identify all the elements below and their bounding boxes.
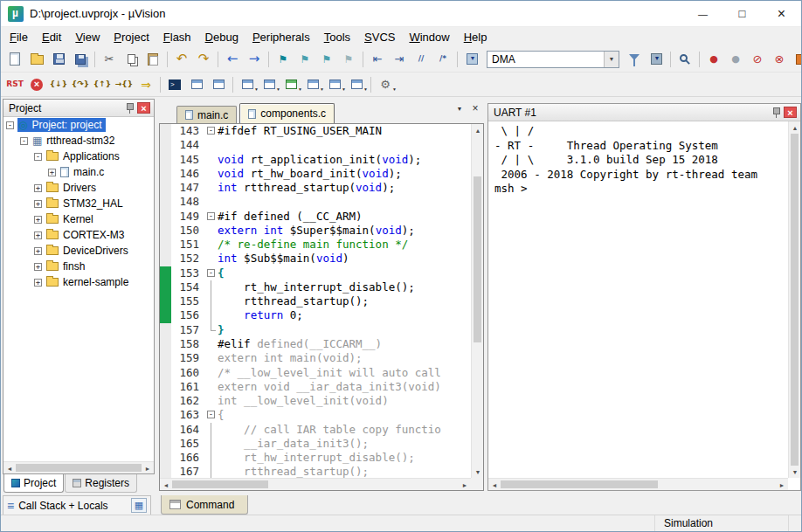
scroll-up-icon[interactable] [472,124,484,136]
breakpoint-margin[interactable] [160,181,171,195]
scroll-right-icon[interactable] [776,479,788,491]
reset-cpu-button[interactable]: RST [4,74,25,95]
uart-output[interactable]: \ | /- RT - Thread Operating System / | … [488,121,788,478]
tree-item-cortex-m3[interactable]: +CORTEX-M3 [3,227,154,243]
close-document-icon[interactable]: × [468,101,482,115]
code-line[interactable]: 167 rtthread_startup(); [160,465,471,478]
code-line[interactable]: 153-{ [160,266,471,280]
breakpoint-margin[interactable] [160,224,171,238]
expand-toggle[interactable]: + [34,263,42,271]
menu-project[interactable]: Project [107,29,156,45]
uart-hscrollbar[interactable] [488,478,788,490]
code-line[interactable]: 162int __low_level_init(void) [160,394,471,408]
scroll-right-icon[interactable] [459,479,471,491]
navigate-forward-button[interactable]: → [244,49,265,70]
expand-toggle[interactable]: - [6,121,14,129]
expand-toggle[interactable]: + [48,169,56,176]
scroll-thumb[interactable] [791,134,799,466]
system-viewer-button[interactable] [324,74,345,95]
breakpoint-margin[interactable] [160,153,171,167]
fold-toggle-icon[interactable]: - [207,269,215,277]
scroll-right-icon[interactable] [142,462,154,474]
tree-item-finsh[interactable]: +finsh [3,259,154,274]
fold-toggle-icon[interactable]: - [207,127,215,135]
tab-registers[interactable]: Registers [65,474,137,493]
code-line[interactable]: 159extern int main(void); [160,351,471,365]
resize-grip[interactable] [789,515,801,531]
code-line[interactable]: 158#elif defined(__ICCARM__) [160,337,471,351]
maximize-button[interactable] [722,1,762,26]
minimize-button[interactable] [683,1,722,26]
code-line[interactable]: 164 // call IAR table copy functio [160,423,471,437]
breakpoint-margin[interactable] [160,252,171,266]
breakpoint-margin[interactable] [160,308,171,322]
code-line[interactable]: 145void rt_application_init(void); [160,153,471,167]
run-to-cursor-button[interactable]: →{} [114,74,135,95]
target-options-button[interactable] [624,49,645,70]
scroll-thumb[interactable] [16,464,142,472]
call-stack-panel-button[interactable]: Call Stack + Locals [3,495,151,515]
breakpoint-margin[interactable] [160,280,171,294]
step-over-button[interactable]: {↷} [70,74,91,95]
close-button[interactable] [762,1,801,26]
step-out-button[interactable]: {↑} [92,74,113,95]
tab-list-dropdown-icon[interactable] [453,101,467,115]
scroll-down-icon[interactable] [789,466,801,478]
code-line[interactable]: 155 rtthread_startup(); [160,294,471,308]
bookmark-toggle-button[interactable]: ⚑ [273,49,294,70]
analysis-windows-button[interactable] [302,74,323,95]
cut-button[interactable]: ✂ [99,49,120,70]
build-target-button[interactable] [461,49,482,70]
code-line[interactable]: 149-#if defined (__CC_ARM) [160,210,471,224]
tree-item-kernel-sample[interactable]: +kernel-sample [3,274,154,290]
breakpoint-margin[interactable] [160,451,171,465]
redo-button[interactable]: ↷ [193,49,214,70]
breakpoint-margin[interactable] [160,294,171,308]
code-line[interactable]: 165 __iar_data_init3(); [160,437,471,451]
step-into-button[interactable]: {↓} [48,74,69,95]
breakpoint-margin[interactable] [160,266,171,280]
editor-vscrollbar[interactable] [471,124,483,478]
stop-emulation-button[interactable] [26,74,47,95]
menu-file[interactable]: File [3,29,35,45]
code-line[interactable]: 147int rtthread_startup(void); [160,181,471,195]
menu-flash[interactable]: Flash [156,29,198,45]
start-debug-session-button[interactable] [674,49,695,70]
code-line[interactable]: 151/* re-define main function */ [160,238,471,252]
tree-item-applications[interactable]: -Applications [3,149,154,164]
disassembly-window-button[interactable] [186,74,207,95]
breakpoint-margin[interactable] [160,124,171,138]
breakpoint-margin[interactable] [160,323,171,337]
panel-close-icon[interactable] [784,107,797,118]
breakpoint-margin[interactable] [160,394,171,408]
copy-button[interactable] [121,49,142,70]
expand-toggle[interactable]: + [34,216,42,224]
target-select[interactable]: DMA [487,51,619,68]
code-line[interactable]: 152int $Sub$$main(void) [160,252,471,266]
toggle-breakpoint-button[interactable]: ● [703,49,724,70]
breakpoint-margin[interactable] [160,210,171,224]
menu-window[interactable]: Window [402,29,456,45]
uart-vscrollbar[interactable] [788,121,800,478]
tree-item-main-c[interactable]: +main.c [3,164,154,180]
fold-toggle-icon[interactable]: - [207,411,215,418]
bookmark-next-button[interactable]: ⚑ [316,49,337,70]
expand-toggle[interactable]: + [34,200,42,208]
menu-help[interactable]: Help [457,29,494,45]
indent-left-button[interactable]: ⇤ [367,49,388,70]
code-line[interactable]: 160/* __low_level_init will auto call [160,366,471,380]
pin-icon[interactable] [771,107,781,118]
scroll-left-icon[interactable] [3,462,16,474]
panel-close-icon[interactable] [137,102,150,114]
toolbox-button[interactable] [346,74,367,95]
code-line[interactable]: 148 [160,195,471,209]
disable-breakpoint-button[interactable]: ● [725,49,746,70]
paste-button[interactable] [142,49,163,70]
tab-main-c[interactable]: main.c [176,106,237,123]
bookmark-previous-button[interactable]: ⚑ [294,49,315,70]
flash-download-button[interactable] [646,49,667,70]
fold-toggle-icon[interactable]: - [207,212,215,220]
scroll-thumb[interactable] [474,176,481,342]
save-all-button[interactable] [70,49,91,70]
menu-svcs[interactable]: SVCS [357,29,402,45]
